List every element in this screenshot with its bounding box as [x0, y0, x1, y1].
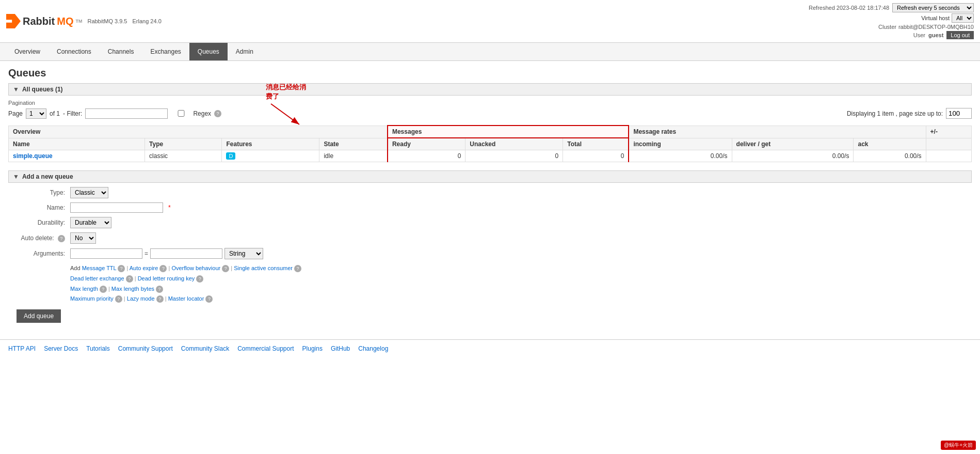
plus-minus-header[interactable]: +/-: [926, 126, 971, 138]
footer-commercial-support[interactable]: Commercial Support: [237, 345, 294, 352]
arguments-row: Arguments: = String Number Boolean: [8, 248, 972, 259]
pagination-area: Pagination Page 1 of 1 - Filter: Regex ?: [8, 100, 972, 119]
all-queues-header[interactable]: ▼ All queues (1): [8, 83, 972, 96]
page-size-input[interactable]: [946, 108, 972, 119]
arguments-key-input[interactable]: [70, 248, 142, 259]
logo-tm: TM: [75, 19, 82, 24]
hint-max-length-bytes[interactable]: Max length bytes: [111, 286, 154, 292]
filter-input[interactable]: [85, 108, 168, 119]
of-label: of 1: [50, 110, 60, 117]
auto-delete-control: No Yes: [70, 232, 96, 244]
hint-mlb-help[interactable]: ?: [156, 286, 163, 293]
regex-label: Regex: [171, 110, 211, 117]
header-right: Refreshed 2023-08-02 18:17:48 Refresh ev…: [809, 3, 974, 39]
hint-dead-letter-routing-key[interactable]: Dead letter routing key: [138, 275, 195, 281]
add-queue-button[interactable]: Add queue: [17, 309, 61, 323]
hint-auto-expire-help[interactable]: ?: [159, 265, 167, 272]
auto-delete-label: Auto delete: ?: [8, 234, 70, 242]
nav-connections[interactable]: Connections: [49, 43, 100, 60]
queue-state: idle: [319, 150, 388, 162]
hint-lazy-help[interactable]: ?: [156, 295, 164, 303]
footer-plugins[interactable]: Plugins: [302, 345, 323, 352]
queue-name[interactable]: simple.queue: [9, 150, 145, 162]
arguments-control: = String Number Boolean: [70, 248, 263, 259]
footer-server-docs[interactable]: Server Docs: [44, 345, 78, 352]
rabbitmq-logo-icon: [6, 14, 21, 28]
table-row: simple.queue classic D idle 0 0 0 0.00/s…: [9, 150, 972, 162]
footer-http-api[interactable]: HTTP API: [8, 345, 36, 352]
hint-max-length-help[interactable]: ?: [100, 286, 107, 293]
filter-label: - Filter:: [63, 110, 82, 117]
refresh-select[interactable]: Refresh every 5 seconds Refresh every 10…: [892, 3, 974, 12]
page-label: Page: [8, 110, 23, 117]
auto-delete-row: Auto delete: ? No Yes: [8, 232, 972, 244]
auto-delete-help[interactable]: ?: [58, 235, 65, 242]
hint-dle-help[interactable]: ?: [126, 275, 133, 283]
header: RabbitMQTM RabbitMQ 3.9.5 Erlang 24.0 Re…: [0, 0, 980, 43]
footer-tutorials[interactable]: Tutorials: [86, 345, 110, 352]
footer-community-support[interactable]: Community Support: [118, 345, 173, 352]
col-ready: Ready: [388, 138, 465, 150]
type-label: Type:: [8, 189, 70, 196]
hint-max-priority-help[interactable]: ?: [115, 295, 122, 303]
col-empty: [926, 138, 971, 150]
regex-help[interactable]: ?: [214, 110, 221, 117]
page-select[interactable]: 1: [26, 108, 46, 119]
user-value: guest: [928, 32, 943, 38]
args-hints: Add Message TTL ? | Auto expire ? | Over…: [70, 263, 972, 304]
hint-dlrk-help[interactable]: ?: [196, 275, 203, 283]
overview-header: Overview: [9, 126, 388, 138]
add-queue-toggle-icon: ▼: [13, 173, 19, 180]
page-title: Queues: [8, 67, 972, 79]
hint-dead-letter-exchange[interactable]: Dead letter exchange: [70, 275, 124, 281]
message-rates-header: Message rates: [629, 126, 926, 138]
user-label: User: [913, 32, 925, 38]
type-control: Classic Quorum: [70, 187, 108, 198]
type-select[interactable]: Classic Quorum: [70, 187, 108, 198]
nav-queues[interactable]: Queues: [189, 43, 228, 60]
logout-button[interactable]: Log out: [946, 31, 974, 39]
erlang-version: Erlang 24.0: [132, 18, 161, 24]
equals-sign: =: [144, 250, 148, 257]
hint-single-active[interactable]: Single active consumer: [234, 265, 293, 271]
add-hint-label: Add: [70, 265, 82, 271]
annotation-arrow-svg: [266, 101, 307, 127]
hint-maximum-priority[interactable]: Maximum priority: [70, 295, 114, 302]
vhost-select[interactable]: All: [952, 13, 974, 23]
footer-github[interactable]: GitHub: [331, 345, 350, 352]
nav-exchanges[interactable]: Exchanges: [142, 43, 189, 60]
messages-header: Messages: [388, 126, 629, 138]
hint-auto-expire[interactable]: Auto expire: [130, 265, 158, 271]
nav-overview[interactable]: Overview: [6, 43, 49, 60]
auto-delete-select[interactable]: No Yes: [70, 232, 96, 244]
logo-mq-text: MQ: [57, 15, 73, 27]
hint-master-locator[interactable]: Master locator: [168, 295, 204, 302]
rabbitmq-version: RabbitMQ 3.9.5: [87, 18, 127, 24]
annotation-container: 消息已经给消费了: [266, 83, 307, 129]
name-input[interactable]: [70, 202, 163, 213]
hint-overflow-help[interactable]: ?: [222, 265, 229, 272]
durability-row: Durability: Durable Transient: [8, 217, 972, 228]
hint-single-active-help[interactable]: ?: [294, 265, 301, 272]
queue-ack: 0.00/s: [854, 150, 926, 162]
queue-unacked: 0: [465, 150, 563, 162]
arguments-value-input[interactable]: [150, 248, 222, 259]
footer-community-slack[interactable]: Community Slack: [181, 345, 229, 352]
hint-message-ttl[interactable]: Message TTL: [82, 265, 117, 271]
queue-deliver-get: 0.00/s: [732, 150, 854, 162]
col-type: Type: [145, 138, 222, 150]
regex-checkbox[interactable]: [171, 110, 191, 117]
hint-lazy-mode[interactable]: Lazy mode: [127, 295, 155, 302]
hint-overflow-behaviour[interactable]: Overflow behaviour: [171, 265, 220, 271]
durability-select[interactable]: Durable Transient: [70, 217, 111, 228]
name-row: Name: *: [8, 202, 972, 213]
footer-changelog[interactable]: Changelog: [358, 345, 388, 352]
refresh-row: Refreshed 2023-08-02 18:17:48 Refresh ev…: [809, 3, 974, 12]
hint-max-length[interactable]: Max length: [70, 286, 98, 292]
add-queue-header[interactable]: ▼ Add a new queue: [8, 170, 972, 183]
arguments-type-select[interactable]: String Number Boolean: [224, 248, 263, 259]
nav-channels[interactable]: Channels: [100, 43, 142, 60]
hint-master-locator-help[interactable]: ?: [205, 295, 213, 303]
hint-message-ttl-help[interactable]: ?: [118, 265, 125, 272]
nav-admin[interactable]: Admin: [228, 43, 262, 60]
